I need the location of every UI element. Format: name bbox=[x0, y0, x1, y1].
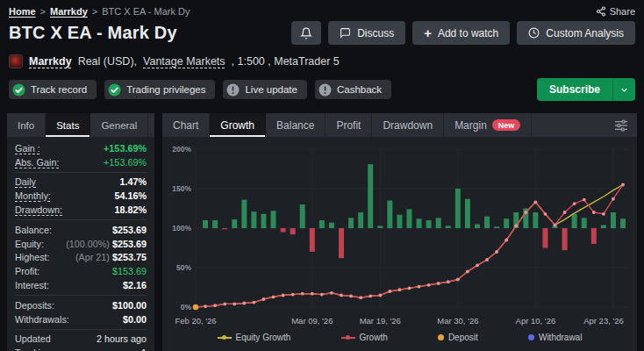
legend-item-deposit[interactable]: Deposit bbox=[438, 333, 478, 342]
stat-value: (100.00%) $253.69 bbox=[66, 239, 147, 249]
check-icon bbox=[12, 83, 25, 97]
stat-value-main: $253.75 bbox=[112, 252, 147, 262]
svg-text:Feb 20, '26: Feb 20, '26 bbox=[175, 316, 216, 326]
plus-icon: + bbox=[424, 26, 432, 39]
discuss-icon bbox=[340, 27, 351, 39]
stat-value-prefix: (100.00%) bbox=[66, 239, 110, 249]
account-name-link[interactable]: Marrkdy bbox=[29, 55, 72, 68]
subscribe-dropdown-button[interactable] bbox=[612, 78, 635, 101]
breadcrumb-separator: > bbox=[92, 6, 97, 17]
stat-label: Withdrawals: bbox=[15, 314, 69, 325]
stat-label[interactable]: Daily bbox=[15, 176, 36, 187]
tab-profit[interactable]: Profit bbox=[326, 113, 372, 137]
badge-live-update[interactable]: Live update bbox=[223, 80, 306, 99]
notifications-button[interactable] bbox=[291, 21, 321, 45]
stat-value: 1.47% bbox=[119, 176, 147, 187]
stat-row-highest: Highest: (Apr 21) $253.75 bbox=[15, 251, 147, 265]
legend-item-equity-growth[interactable]: Equity Growth bbox=[218, 333, 291, 342]
stats-group-gain: Gain : +153.69% Abs. Gain: +153.69% bbox=[15, 139, 147, 173]
stat-row-deposits: Deposits: $100.00 bbox=[15, 298, 147, 312]
tab-general[interactable]: General bbox=[90, 113, 148, 137]
add-to-watch-button[interactable]: + Add to watch bbox=[412, 21, 510, 45]
stat-row-daily: Daily 1.47% bbox=[15, 176, 147, 190]
stat-value: (Apr 21) $253.75 bbox=[75, 252, 147, 262]
stat-value: +153.69% bbox=[104, 143, 147, 154]
tab-balance[interactable]: Balance bbox=[266, 113, 326, 137]
stats-group-performance: Daily 1.47% Monthly: 54.16% Drawdown: 18… bbox=[15, 173, 147, 220]
stat-value: $0.00 bbox=[123, 314, 147, 325]
tab-chart[interactable]: Chart bbox=[162, 113, 210, 137]
chart-settings-button[interactable] bbox=[614, 113, 637, 137]
page-title: BTC X EA - Mark Dy bbox=[9, 23, 291, 43]
stat-row-abs-gain: Abs. Gain: +153.69% bbox=[15, 155, 147, 169]
equity-growth-marker-icon bbox=[218, 337, 232, 339]
stat-row-monthly: Monthly: 54.16% bbox=[15, 189, 147, 203]
stat-value: $2.16 bbox=[123, 280, 147, 290]
custom-analysis-label: Custom Analysis bbox=[546, 27, 624, 39]
legend-item-withdrawal[interactable]: Withdrawal bbox=[528, 333, 582, 342]
stats-group-deposits: Deposits: $100.00 Withdrawals: $0.00 bbox=[15, 296, 147, 330]
tab-drawdown[interactable]: Drawdown bbox=[372, 113, 444, 137]
breadcrumb-home-link[interactable]: Home bbox=[9, 6, 36, 17]
header-actions: Discuss + Add to watch Custom Analysis bbox=[291, 21, 635, 45]
stats-panel-tabs: Info Stats General bbox=[7, 113, 154, 137]
stat-row-interest: Interest: $2.16 bbox=[15, 278, 147, 292]
stat-row-profit: Profit: $153.69 bbox=[15, 264, 147, 278]
legend-label: Growth bbox=[360, 333, 388, 342]
stat-row-drawdown: Drawdown: 18.82% bbox=[15, 203, 147, 217]
exclamation-icon bbox=[226, 83, 240, 97]
stat-value: 2 hours ago bbox=[97, 333, 147, 344]
discuss-button[interactable]: Discuss bbox=[328, 21, 405, 45]
tab-growth[interactable]: Growth bbox=[210, 113, 266, 137]
svg-text:Mar 09, '26: Mar 09, '26 bbox=[291, 316, 333, 326]
stats-panel: Info Stats General Gain : +153.69% Abs. … bbox=[7, 113, 154, 351]
badge-trading-privileges[interactable]: Trading privileges bbox=[104, 80, 215, 99]
custom-analysis-button[interactable]: Custom Analysis bbox=[517, 21, 635, 45]
chart-panel-tabs: Chart Growth Balance Profit Drawdown Mar… bbox=[162, 113, 637, 137]
stat-label[interactable]: Drawdown: bbox=[15, 204, 62, 215]
breadcrumb-separator: > bbox=[40, 6, 46, 17]
badge-cashback[interactable]: Cashback bbox=[315, 80, 391, 99]
stat-label[interactable]: Monthly: bbox=[15, 190, 51, 201]
subscribe-button[interactable]: Subscribe bbox=[537, 78, 612, 101]
tab-info[interactable]: Info bbox=[7, 113, 46, 137]
tab-stats[interactable]: Stats bbox=[46, 113, 90, 137]
badge-track-record[interactable]: Track record bbox=[9, 80, 97, 99]
deposit-marker-icon bbox=[438, 334, 444, 340]
new-badge: New bbox=[492, 119, 521, 131]
stat-value: 54.16% bbox=[114, 190, 147, 201]
svg-text:Mar 30, '26: Mar 30, '26 bbox=[437, 316, 478, 326]
legend-item-growth[interactable]: Growth bbox=[341, 333, 388, 342]
breadcrumb: Home > Marrkdy > BTC X EA - Mark Dy bbox=[9, 6, 190, 17]
badges-row: Track record Trading privileges Live upd… bbox=[0, 68, 644, 101]
account-details: , 1:500 , MetaTrader 5 bbox=[232, 55, 340, 68]
stat-label[interactable]: Abs. Gain: bbox=[15, 157, 59, 168]
badge-label: Live update bbox=[245, 84, 297, 95]
stats-group-balance: Balance: $253.69 Equity: (100.00%) $253.… bbox=[15, 220, 147, 296]
subscribe-split-button: Subscribe bbox=[537, 78, 635, 101]
stat-label[interactable]: Gain : bbox=[15, 143, 40, 154]
main-content: Info Stats General Gain : +153.69% Abs. … bbox=[0, 101, 644, 351]
stat-label: Tracking bbox=[15, 347, 51, 351]
svg-text:Mar 19, '26: Mar 19, '26 bbox=[360, 316, 401, 326]
broker-link[interactable]: Vantage Markets bbox=[143, 55, 225, 68]
chevron-down-icon bbox=[619, 85, 629, 95]
stat-value: 18.82% bbox=[114, 204, 147, 215]
stat-value: $100.00 bbox=[112, 300, 147, 311]
legend-label: Equity Growth bbox=[236, 333, 291, 342]
tab-margin[interactable]: Margin New bbox=[444, 113, 532, 137]
share-button[interactable]: Share bbox=[596, 6, 635, 17]
stat-value: $153.69 bbox=[112, 266, 147, 276]
check-icon bbox=[108, 83, 121, 97]
stat-value: $253.69 bbox=[112, 225, 147, 235]
avatar[interactable] bbox=[9, 54, 23, 68]
share-icon bbox=[596, 6, 606, 17]
stat-label: Balance: bbox=[15, 225, 52, 235]
stat-row-equity: Equity: (100.00%) $253.69 bbox=[15, 237, 147, 251]
breadcrumb-user-link[interactable]: Marrkdy bbox=[50, 6, 88, 17]
growth-chart[interactable]: 0%50%100%150%200%Feb 20, '26Mar 09, '26M… bbox=[169, 142, 630, 330]
svg-text:150%: 150% bbox=[172, 184, 191, 193]
stat-label: Deposits: bbox=[15, 300, 54, 311]
topbar: Home > Marrkdy > BTC X EA - Mark Dy Shar… bbox=[0, 0, 644, 17]
stat-label: Highest: bbox=[15, 252, 50, 262]
